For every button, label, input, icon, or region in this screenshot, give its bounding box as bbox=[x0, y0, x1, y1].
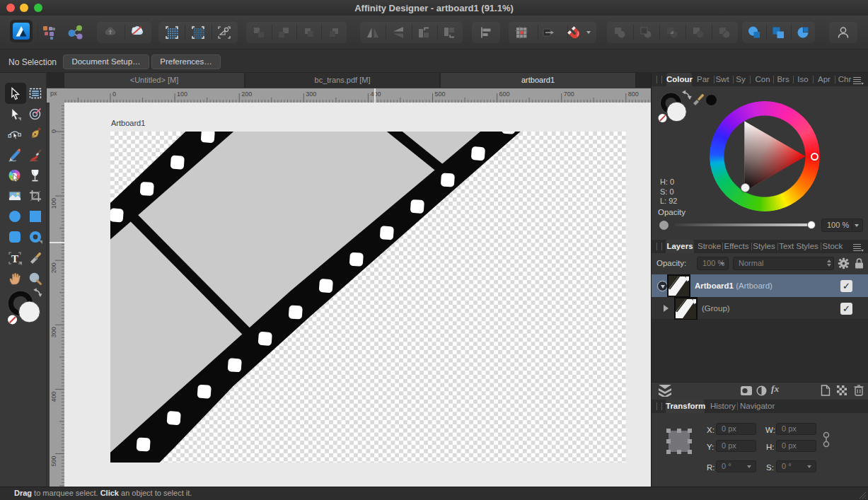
svg-text:T: T bbox=[11, 252, 18, 264]
svg-text:500: 500 bbox=[435, 91, 446, 98]
svg-text:400: 400 bbox=[50, 391, 57, 402]
svg-text:0: 0 bbox=[50, 129, 57, 133]
svg-text:200: 200 bbox=[241, 91, 252, 98]
svg-text:700: 700 bbox=[564, 91, 574, 98]
svg-text:600: 600 bbox=[499, 91, 510, 98]
svg-text:100: 100 bbox=[177, 91, 187, 98]
svg-text:500: 500 bbox=[50, 456, 57, 467]
svg-text:200: 200 bbox=[50, 262, 57, 273]
svg-text:400: 400 bbox=[370, 91, 381, 98]
svg-text:800: 800 bbox=[628, 91, 639, 98]
svg-text:0: 0 bbox=[112, 91, 116, 98]
svg-text:300: 300 bbox=[306, 91, 316, 98]
svg-text:100: 100 bbox=[50, 198, 57, 209]
svg-text:300: 300 bbox=[50, 327, 57, 337]
